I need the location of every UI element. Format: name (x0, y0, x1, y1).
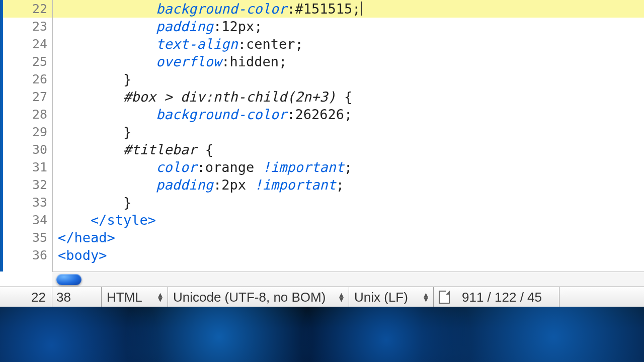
gutter-line[interactable]: 27 (3, 88, 52, 106)
code-text-area[interactable]: background-color:#151515; padding:12px; … (53, 0, 644, 272)
css-value: 262626 (295, 107, 344, 122)
code-line[interactable]: background-color:262626; (53, 106, 644, 123)
code-line[interactable]: #box > div:nth-child(2n+3) { (53, 88, 644, 106)
brace: } (123, 71, 131, 87)
document-icon (439, 291, 450, 304)
css-value: 2px (221, 177, 246, 193)
gutter-line[interactable]: 22 (3, 0, 52, 18)
html-tag: </style> (91, 212, 156, 228)
gutter-line[interactable]: 29 (3, 123, 52, 141)
css-selector: #box > div:nth-child(2n+3) (123, 89, 336, 105)
desktop-background (0, 307, 644, 362)
status-language-label: HTML (107, 290, 142, 305)
css-property: background-color (156, 1, 287, 17)
code-line[interactable]: color:orange !important; (53, 158, 644, 176)
code-line[interactable]: padding:2px !important; (53, 176, 644, 194)
css-value: center (246, 36, 295, 52)
code-line[interactable]: } (53, 194, 644, 211)
gutter-line[interactable]: 26 (3, 70, 52, 88)
gutter-line[interactable]: 28 (3, 106, 52, 123)
code-line[interactable]: </style> (53, 211, 644, 229)
important-kw: !important (262, 159, 344, 175)
html-tag: <body> (58, 247, 107, 263)
status-stats-label: 911 / 122 / 45 (462, 290, 542, 305)
css-value: orange (205, 159, 255, 175)
brace: } (123, 195, 131, 210)
status-line-number[interactable]: 22 (0, 287, 52, 307)
gutter-line[interactable]: 32 (3, 176, 52, 194)
css-property: padding (156, 177, 213, 193)
css-property: color (156, 159, 197, 175)
gutter-line[interactable]: 36 (3, 246, 52, 264)
html-tag: </head> (58, 230, 115, 245)
text-cursor (361, 2, 362, 16)
css-property: text-align (156, 36, 238, 52)
status-doc-stats[interactable]: 911 / 122 / 45 (434, 287, 559, 307)
code-line[interactable]: } (53, 70, 644, 88)
css-value: 12px (221, 19, 254, 34)
code-line[interactable]: </head> (53, 229, 644, 246)
status-bar: 22 38 HTML ▴▾ Unicode (UTF-8, no BOM) ▴▾… (0, 287, 644, 308)
code-line[interactable]: text-align:center; (53, 35, 644, 53)
important-kw: !important (254, 177, 336, 193)
gutter-line[interactable]: 35 (3, 229, 52, 246)
chevron-updown-icon: ▴▾ (424, 293, 428, 302)
brace: } (123, 124, 131, 140)
line-number-gutter[interactable]: 22 23 24 25 26 27 28 29 30 31 32 33 34 3… (3, 0, 53, 272)
css-value: #151515 (295, 1, 352, 17)
code-line[interactable]: overflow:hidden; (53, 53, 644, 70)
gutter-line[interactable]: 31 (3, 158, 52, 176)
gutter-line[interactable]: 34 (3, 211, 52, 229)
horizontal-scrollbar[interactable] (52, 272, 644, 287)
code-line[interactable]: <body> (53, 246, 644, 264)
css-property: padding (156, 19, 213, 34)
gutter-line[interactable]: 25 (3, 53, 52, 70)
status-column-number[interactable]: 38 (52, 287, 102, 307)
chevron-updown-icon: ▴▾ (339, 293, 344, 302)
status-encoding-select[interactable]: Unicode (UTF-8, no BOM) ▴▾ (168, 287, 349, 307)
chevron-updown-icon: ▴▾ (158, 293, 163, 302)
editor-window: 22 23 24 25 26 27 28 29 30 31 32 33 34 3… (0, 0, 644, 362)
css-property: background-color (156, 107, 287, 122)
css-value: hidden (229, 54, 279, 69)
gutter-line[interactable]: 33 (3, 194, 52, 211)
status-encoding-label: Unicode (UTF-8, no BOM) (173, 290, 326, 305)
status-lineending-label: Unix (LF) (354, 290, 408, 305)
status-lineending-select[interactable]: Unix (LF) ▴▾ (349, 287, 434, 307)
css-selector: #titlebar (123, 142, 197, 157)
scrollbar-thumb[interactable] (56, 274, 82, 285)
code-line[interactable]: } (53, 123, 644, 141)
status-bar-spacer (559, 287, 644, 307)
css-property: overflow (156, 54, 221, 69)
code-line[interactable]: #titlebar { (53, 141, 644, 158)
editor-area: 22 23 24 25 26 27 28 29 30 31 32 33 34 3… (0, 0, 644, 272)
status-language-select[interactable]: HTML ▴▾ (102, 287, 168, 307)
code-line[interactable]: background-color:#151515; (53, 0, 644, 18)
gutter-line[interactable]: 23 (3, 18, 52, 35)
code-line[interactable]: padding:12px; (53, 18, 644, 35)
gutter-line[interactable]: 30 (3, 141, 52, 158)
gutter-line[interactable]: 24 (3, 35, 52, 53)
